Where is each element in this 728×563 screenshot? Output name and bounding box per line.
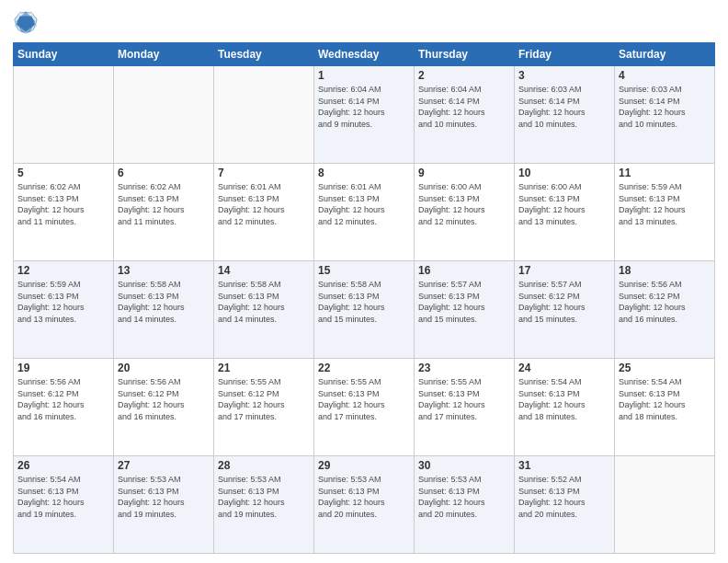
- day-number: 1: [318, 69, 410, 82]
- weekday-header-wednesday: Wednesday: [314, 43, 415, 66]
- weekday-header-thursday: Thursday: [415, 43, 515, 66]
- day-info: Sunrise: 6:00 AMSunset: 6:13 PMDaylight:…: [518, 181, 610, 227]
- weekday-header-sunday: Sunday: [14, 43, 114, 66]
- day-info: Sunrise: 5:53 AMSunset: 6:13 PMDaylight:…: [118, 474, 210, 520]
- day-number: 20: [118, 362, 210, 374]
- calendar-cell: 19Sunrise: 5:56 AMSunset: 6:12 PMDayligh…: [14, 359, 114, 456]
- day-number: 10: [518, 167, 610, 179]
- logo-icon: [13, 9, 39, 35]
- calendar-cell: 26Sunrise: 5:54 AMSunset: 6:13 PMDayligh…: [14, 456, 114, 554]
- calendar-cell: 2Sunrise: 6:04 AMSunset: 6:14 PMDaylight…: [415, 66, 515, 164]
- day-info: Sunrise: 5:58 AMSunset: 6:13 PMDaylight:…: [318, 279, 410, 325]
- calendar-cell: 25Sunrise: 5:54 AMSunset: 6:13 PMDayligh…: [615, 359, 715, 456]
- day-info: Sunrise: 5:55 AMSunset: 6:13 PMDaylight:…: [318, 376, 410, 422]
- day-info: Sunrise: 6:03 AMSunset: 6:14 PMDaylight:…: [619, 84, 711, 130]
- calendar-cell: 29Sunrise: 5:53 AMSunset: 6:13 PMDayligh…: [314, 456, 415, 554]
- calendar-cell: 8Sunrise: 6:01 AMSunset: 6:13 PMDaylight…: [314, 164, 415, 261]
- day-number: 30: [418, 459, 510, 472]
- day-number: 4: [619, 69, 711, 82]
- calendar-cell: 30Sunrise: 5:53 AMSunset: 6:13 PMDayligh…: [415, 456, 515, 554]
- calendar-cell: 12Sunrise: 5:59 AMSunset: 6:13 PMDayligh…: [14, 261, 114, 359]
- calendar-cell: [14, 66, 114, 164]
- day-number: 7: [218, 167, 310, 179]
- day-number: 5: [17, 167, 109, 179]
- calendar-cell: 23Sunrise: 5:55 AMSunset: 6:13 PMDayligh…: [415, 359, 515, 456]
- day-number: 9: [418, 167, 510, 179]
- calendar-table: SundayMondayTuesdayWednesdayThursdayFrid…: [13, 42, 715, 554]
- calendar-cell: 10Sunrise: 6:00 AMSunset: 6:13 PMDayligh…: [515, 164, 615, 261]
- day-number: 21: [218, 362, 310, 374]
- day-number: 28: [218, 459, 310, 472]
- calendar-cell: [615, 456, 715, 554]
- day-number: 16: [418, 264, 510, 277]
- day-info: Sunrise: 5:58 AMSunset: 6:13 PMDaylight:…: [218, 279, 310, 325]
- calendar-header-row: SundayMondayTuesdayWednesdayThursdayFrid…: [14, 43, 715, 66]
- day-number: 6: [118, 167, 210, 179]
- day-info: Sunrise: 5:58 AMSunset: 6:13 PMDaylight:…: [118, 279, 210, 325]
- calendar-cell: 13Sunrise: 5:58 AMSunset: 6:13 PMDayligh…: [114, 261, 214, 359]
- day-number: 2: [418, 69, 510, 82]
- calendar-cell: 11Sunrise: 5:59 AMSunset: 6:13 PMDayligh…: [615, 164, 715, 261]
- day-number: 22: [318, 362, 410, 374]
- calendar-cell: [214, 66, 314, 164]
- day-info: Sunrise: 5:56 AMSunset: 6:12 PMDaylight:…: [619, 279, 711, 325]
- day-info: Sunrise: 5:57 AMSunset: 6:13 PMDaylight:…: [418, 279, 510, 325]
- day-info: Sunrise: 5:54 AMSunset: 6:13 PMDaylight:…: [518, 376, 610, 422]
- day-info: Sunrise: 6:01 AMSunset: 6:13 PMDaylight:…: [218, 181, 310, 227]
- calendar-cell: 17Sunrise: 5:57 AMSunset: 6:12 PMDayligh…: [515, 261, 615, 359]
- day-number: 24: [518, 362, 610, 374]
- day-info: Sunrise: 5:52 AMSunset: 6:13 PMDaylight:…: [518, 474, 610, 520]
- calendar-cell: [114, 66, 214, 164]
- calendar-cell: 22Sunrise: 5:55 AMSunset: 6:13 PMDayligh…: [314, 359, 415, 456]
- calendar-cell: 1Sunrise: 6:04 AMSunset: 6:14 PMDaylight…: [314, 66, 415, 164]
- weekday-header-monday: Monday: [114, 43, 214, 66]
- day-info: Sunrise: 5:56 AMSunset: 6:12 PMDaylight:…: [118, 376, 210, 422]
- day-info: Sunrise: 5:56 AMSunset: 6:12 PMDaylight:…: [17, 376, 109, 422]
- calendar-week-3: 12Sunrise: 5:59 AMSunset: 6:13 PMDayligh…: [14, 261, 715, 359]
- day-info: Sunrise: 5:53 AMSunset: 6:13 PMDaylight:…: [218, 474, 310, 520]
- day-number: 29: [318, 459, 410, 472]
- day-info: Sunrise: 5:57 AMSunset: 6:12 PMDaylight:…: [518, 279, 610, 325]
- calendar-week-2: 5Sunrise: 6:02 AMSunset: 6:13 PMDaylight…: [14, 164, 715, 261]
- calendar-cell: 24Sunrise: 5:54 AMSunset: 6:13 PMDayligh…: [515, 359, 615, 456]
- page: SundayMondayTuesdayWednesdayThursdayFrid…: [0, 0, 728, 563]
- calendar-cell: 7Sunrise: 6:01 AMSunset: 6:13 PMDaylight…: [214, 164, 314, 261]
- day-number: 19: [17, 362, 109, 374]
- day-info: Sunrise: 5:55 AMSunset: 6:12 PMDaylight:…: [218, 376, 310, 422]
- calendar-cell: 18Sunrise: 5:56 AMSunset: 6:12 PMDayligh…: [615, 261, 715, 359]
- calendar-cell: 9Sunrise: 6:00 AMSunset: 6:13 PMDaylight…: [415, 164, 515, 261]
- day-info: Sunrise: 5:59 AMSunset: 6:13 PMDaylight:…: [619, 181, 711, 227]
- day-number: 26: [17, 459, 109, 472]
- day-info: Sunrise: 6:04 AMSunset: 6:14 PMDaylight:…: [418, 84, 510, 130]
- calendar-cell: 28Sunrise: 5:53 AMSunset: 6:13 PMDayligh…: [214, 456, 314, 554]
- day-info: Sunrise: 6:04 AMSunset: 6:14 PMDaylight:…: [318, 84, 410, 130]
- day-info: Sunrise: 6:02 AMSunset: 6:13 PMDaylight:…: [118, 181, 210, 227]
- day-number: 23: [418, 362, 510, 374]
- logo: [13, 9, 42, 35]
- day-info: Sunrise: 5:53 AMSunset: 6:13 PMDaylight:…: [318, 474, 410, 520]
- calendar-cell: 27Sunrise: 5:53 AMSunset: 6:13 PMDayligh…: [114, 456, 214, 554]
- day-info: Sunrise: 6:02 AMSunset: 6:13 PMDaylight:…: [17, 181, 109, 227]
- calendar-cell: 3Sunrise: 6:03 AMSunset: 6:14 PMDaylight…: [515, 66, 615, 164]
- calendar-cell: 6Sunrise: 6:02 AMSunset: 6:13 PMDaylight…: [114, 164, 214, 261]
- weekday-header-friday: Friday: [515, 43, 615, 66]
- day-info: Sunrise: 5:54 AMSunset: 6:13 PMDaylight:…: [619, 376, 711, 422]
- calendar-cell: 20Sunrise: 5:56 AMSunset: 6:12 PMDayligh…: [114, 359, 214, 456]
- day-info: Sunrise: 6:03 AMSunset: 6:14 PMDaylight:…: [518, 84, 610, 130]
- day-number: 11: [619, 167, 711, 179]
- day-number: 15: [318, 264, 410, 277]
- calendar-week-1: 1Sunrise: 6:04 AMSunset: 6:14 PMDaylight…: [14, 66, 715, 164]
- header: [13, 9, 715, 35]
- calendar-cell: 15Sunrise: 5:58 AMSunset: 6:13 PMDayligh…: [314, 261, 415, 359]
- calendar-cell: 4Sunrise: 6:03 AMSunset: 6:14 PMDaylight…: [615, 66, 715, 164]
- calendar-cell: 21Sunrise: 5:55 AMSunset: 6:12 PMDayligh…: [214, 359, 314, 456]
- calendar-cell: 5Sunrise: 6:02 AMSunset: 6:13 PMDaylight…: [14, 164, 114, 261]
- day-info: Sunrise: 5:59 AMSunset: 6:13 PMDaylight:…: [17, 279, 109, 325]
- day-number: 31: [518, 459, 610, 472]
- day-number: 27: [118, 459, 210, 472]
- day-number: 17: [518, 264, 610, 277]
- day-number: 8: [318, 167, 410, 179]
- day-info: Sunrise: 6:00 AMSunset: 6:13 PMDaylight:…: [418, 181, 510, 227]
- calendar-cell: 14Sunrise: 5:58 AMSunset: 6:13 PMDayligh…: [214, 261, 314, 359]
- day-number: 14: [218, 264, 310, 277]
